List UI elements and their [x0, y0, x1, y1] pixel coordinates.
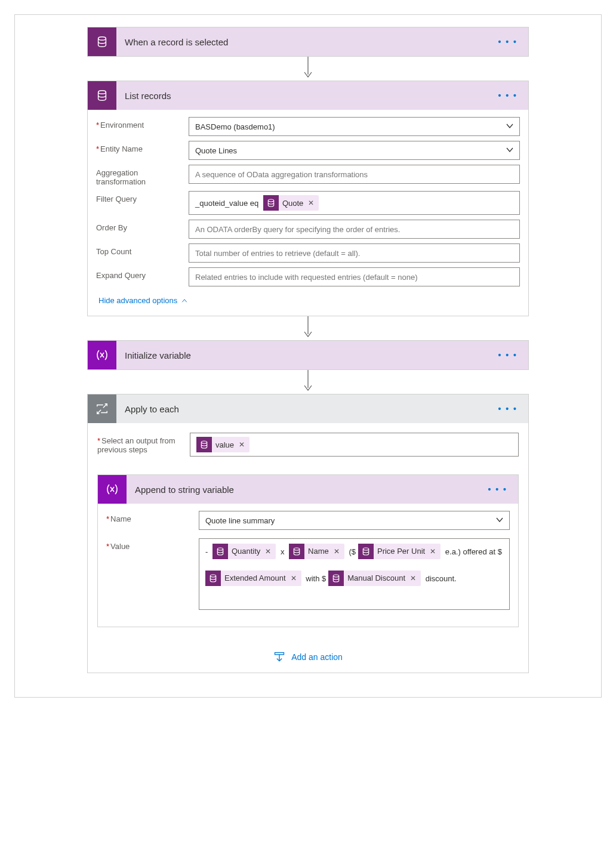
aggregation-input[interactable]: A sequence of OData aggregation transfor…: [189, 165, 520, 184]
environment-select[interactable]: BASDemo (basdemo1): [189, 117, 520, 136]
card-menu-button[interactable]: • • •: [488, 404, 528, 414]
card-title: Initialize variable: [116, 350, 488, 360]
initialize-variable-card[interactable]: Initialize variable • • •: [87, 340, 529, 370]
environment-label: Environment: [96, 117, 189, 130]
add-action-icon: [273, 651, 285, 663]
loop-icon: [88, 394, 116, 423]
token-remove-icon[interactable]: ✕: [408, 570, 421, 587]
token-remove-icon[interactable]: ✕: [236, 440, 250, 449]
svg-point-8: [294, 548, 299, 550]
card-menu-button[interactable]: • • •: [478, 485, 518, 494]
card-menu-button[interactable]: • • •: [488, 37, 528, 47]
expand-label: Expand Query: [96, 267, 189, 280]
value-token[interactable]: value ✕: [196, 437, 250, 452]
svg-point-7: [217, 548, 223, 550]
quote-token[interactable]: Quote ✕: [263, 195, 319, 211]
chevron-up-icon: [181, 297, 188, 304]
database-icon: [88, 27, 116, 56]
add-action-button[interactable]: Add an action: [97, 627, 519, 663]
select-output-input[interactable]: value ✕: [190, 433, 519, 457]
value-label: Value: [106, 538, 199, 551]
card-menu-button[interactable]: • • •: [488, 91, 528, 100]
svg-point-9: [363, 548, 368, 550]
entity-label: Entity Name: [96, 141, 189, 153]
database-icon: [196, 437, 212, 452]
quantity-token[interactable]: Quantity✕: [212, 544, 276, 559]
database-icon: [358, 544, 374, 559]
value-input[interactable]: - Quantity✕ x Name✕ ($ Price Per Unit✕ e…: [199, 538, 510, 610]
entity-select[interactable]: Quote Lines: [189, 141, 520, 160]
name-label: Name: [106, 511, 199, 523]
expand-input[interactable]: Related entries to include with requeste…: [189, 267, 520, 286]
card-title: When a record is selected: [116, 37, 488, 47]
svg-rect-12: [275, 653, 284, 655]
name-token[interactable]: Name✕: [289, 544, 344, 559]
apply-to-each-card[interactable]: Apply to each • • • Select an output fro…: [87, 394, 529, 673]
topcount-input[interactable]: Total number of entries to retrieve (def…: [189, 243, 520, 263]
discount-token[interactable]: Manual Discount✕: [328, 571, 421, 586]
svg-point-11: [334, 575, 339, 577]
card-title: List records: [116, 91, 488, 101]
filter-input[interactable]: _quoteid_value eq Quote ✕: [189, 191, 520, 215]
token-remove-icon[interactable]: ✕: [331, 543, 344, 560]
card-title: Apply to each: [116, 404, 488, 414]
database-icon: [212, 544, 228, 559]
append-string-card[interactable]: Append to string variable • • • Name Quo…: [97, 474, 519, 627]
flow-canvas: When a record is selected • • • List rec…: [15, 27, 601, 673]
hide-advanced-link[interactable]: Hide advanced options: [96, 291, 190, 307]
database-icon: [328, 571, 344, 586]
trigger-card[interactable]: When a record is selected • • •: [87, 27, 529, 57]
variable-icon: [88, 341, 116, 369]
filter-label: Filter Query: [96, 191, 189, 204]
svg-point-2: [98, 91, 106, 94]
orderby-label: Order By: [96, 220, 189, 232]
list-records-card[interactable]: List records • • • Environment BASDemo (…: [87, 81, 529, 316]
connector-arrow: [302, 370, 314, 394]
chevron-down-icon: [505, 145, 515, 155]
database-icon: [263, 195, 279, 211]
topcount-label: Top Count: [96, 243, 189, 256]
card-title: Append to string variable: [127, 485, 478, 495]
price-token[interactable]: Price Per Unit✕: [358, 544, 441, 559]
name-select[interactable]: Quote line summary: [199, 511, 510, 530]
chevron-down-icon: [495, 515, 504, 525]
database-icon: [289, 544, 304, 559]
database-icon: [88, 81, 116, 110]
svg-point-10: [210, 575, 215, 577]
database-icon: [205, 571, 221, 586]
token-remove-icon[interactable]: ✕: [427, 543, 441, 560]
aggregation-label: Aggregation transformation: [96, 165, 189, 186]
card-menu-button[interactable]: • • •: [488, 350, 528, 360]
connector-arrow: [302, 316, 314, 340]
token-remove-icon[interactable]: ✕: [263, 543, 276, 560]
connector-arrow: [302, 57, 314, 81]
token-remove-icon[interactable]: ✕: [306, 199, 319, 207]
variable-icon: [98, 475, 127, 504]
token-remove-icon[interactable]: ✕: [288, 570, 301, 587]
orderby-input[interactable]: An ODATA orderBy query for specifying th…: [189, 220, 520, 239]
svg-point-6: [201, 441, 207, 443]
select-output-label: Select an output from previous steps: [97, 433, 190, 454]
svg-point-3: [268, 199, 273, 202]
extended-token[interactable]: Extended Amount✕: [205, 571, 301, 586]
svg-point-0: [98, 37, 106, 41]
chevron-down-icon: [505, 121, 515, 131]
